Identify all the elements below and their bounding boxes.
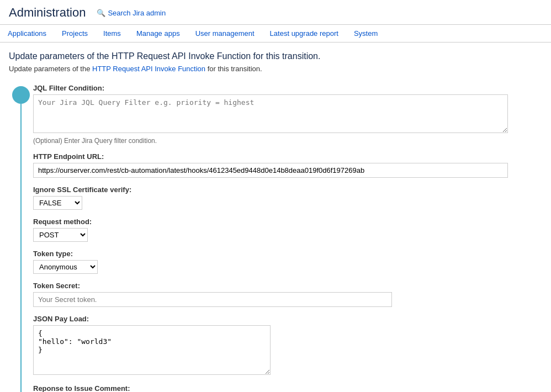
nav-item-applications[interactable]: Applications xyxy=(0,25,54,42)
response-group: Reponse to Issue Comment: FALSE TRUE xyxy=(33,384,542,392)
token-type-group: Token type: Anonymous Bearer Basic xyxy=(33,250,542,274)
jql-filter-label: JQL Filter Condition: xyxy=(33,84,542,92)
ignore-ssl-label: Ignore SSL Certificate verify: xyxy=(33,186,542,194)
response-label: Reponse to Issue Comment: xyxy=(33,384,542,392)
page-subheading: Update parameters of the HTTP Request AP… xyxy=(9,65,542,73)
ignore-ssl-group: Ignore SSL Certificate verify: FALSE TRU… xyxy=(33,186,542,210)
search-admin-link[interactable]: 🔍 Search Jira admin xyxy=(97,9,166,17)
ignore-ssl-select[interactable]: FALSE TRUE xyxy=(33,196,82,210)
nav-item-system[interactable]: System xyxy=(346,25,385,42)
request-method-select[interactable]: POST GET PUT DELETE xyxy=(33,228,88,242)
json-payload-input[interactable] xyxy=(33,325,271,375)
nav-item-manage-apps[interactable]: Manage apps xyxy=(129,25,188,42)
json-payload-group: JSON Pay Load: xyxy=(33,315,542,377)
form-layout: JQL Filter Condition: (Optional) Enter J… xyxy=(9,82,542,392)
http-endpoint-group: HTTP Endpoint URL: xyxy=(33,152,542,178)
jql-filter-hint: (Optional) Enter Jira Query filter condi… xyxy=(33,137,542,145)
http-endpoint-input[interactable] xyxy=(33,163,508,178)
http-endpoint-label: HTTP Endpoint URL: xyxy=(33,152,542,161)
search-icon: 🔍 xyxy=(97,9,105,17)
token-type-label: Token type: xyxy=(33,250,542,258)
connector-line xyxy=(20,104,22,392)
subheading-suffix: for this transition. xyxy=(205,65,262,73)
nav-item-items[interactable]: Items xyxy=(96,25,129,42)
nav-item-latest-upgrade[interactable]: Latest upgrade report xyxy=(262,25,346,42)
header: Administration 🔍 Search Jira admin xyxy=(0,0,551,25)
search-admin-label: Search Jira admin xyxy=(108,9,166,17)
token-secret-input[interactable] xyxy=(33,292,392,307)
subheading-link[interactable]: HTTP Request API Invoke Function xyxy=(92,65,205,73)
nav-item-user-management[interactable]: User management xyxy=(188,25,262,42)
token-secret-label: Token Secret: xyxy=(33,282,542,290)
indicator-column xyxy=(9,82,33,392)
request-method-group: Request method: POST GET PUT DELETE xyxy=(33,218,542,242)
main-content: Update parameters of the HTTP Request AP… xyxy=(0,43,551,392)
nav-item-projects[interactable]: Projects xyxy=(54,25,96,42)
request-method-label: Request method: xyxy=(33,218,542,226)
jql-filter-input[interactable] xyxy=(33,94,508,133)
top-indicator-circle xyxy=(12,86,30,104)
page-title: Administration xyxy=(9,6,86,20)
jql-filter-group: JQL Filter Condition: (Optional) Enter J… xyxy=(33,84,542,145)
token-secret-group: Token Secret: xyxy=(33,282,542,307)
json-payload-label: JSON Pay Load: xyxy=(33,315,542,323)
token-type-select[interactable]: Anonymous Bearer Basic xyxy=(33,260,98,274)
subheading-text: Update parameters of the xyxy=(9,65,92,73)
top-nav: Applications Projects Items Manage apps … xyxy=(0,25,551,43)
page-heading: Update parameters of the HTTP Request AP… xyxy=(9,51,542,61)
form-fields: JQL Filter Condition: (Optional) Enter J… xyxy=(33,82,542,392)
